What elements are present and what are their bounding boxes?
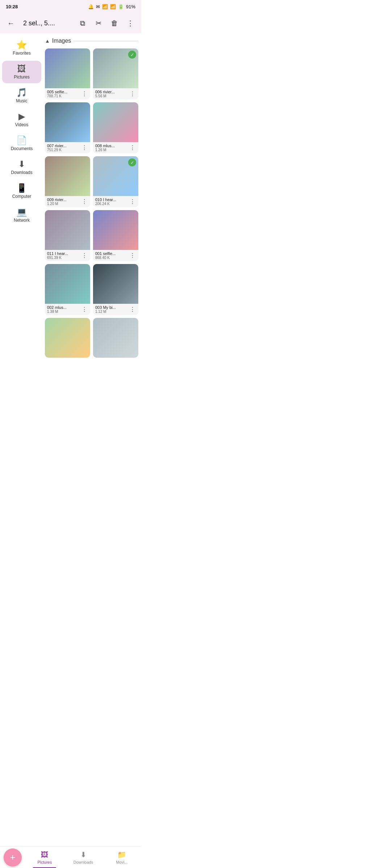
image-text-img9: 002 mlus... 1.38 M	[47, 305, 80, 314]
image-info-img2: 006 rivier... 5.56 M ⋮	[93, 88, 138, 99]
image-text-img6: 010 I hear... 206.24 K	[95, 197, 128, 206]
image-card-img2[interactable]: ✓ 006 rivier... 5.56 M ⋮	[93, 48, 138, 99]
content-area: ▲ Images 005 selfie... 788.71 K ⋮ ✓ 006 …	[43, 33, 141, 361]
image-info-img10: 003 My bi... 1.12 M ⋮	[93, 304, 138, 315]
image-size-img1: 788.71 K	[47, 94, 80, 98]
status-icons: 🔔 ✉ 📶 📶 🔋 91%	[88, 4, 135, 9]
image-thumb-img4	[93, 102, 138, 142]
status-time: 10:28	[6, 4, 18, 9]
image-text-img7: 011 I hear... 691.39 K	[47, 251, 80, 260]
image-card-img11[interactable]	[45, 318, 90, 358]
sidebar-label-computer: Computer	[12, 194, 31, 199]
image-name-img1: 005 selfie...	[47, 90, 80, 94]
image-thumb-img10	[93, 264, 138, 304]
sidebar-label-music: Music	[16, 98, 27, 103]
sidebar-item-videos[interactable]: ▶ Videos	[2, 109, 41, 131]
wifi-icon: 📶	[102, 4, 108, 9]
sidebar-item-downloads[interactable]: ⬇ Downloads	[2, 156, 41, 179]
image-name-img10: 003 My bi...	[95, 305, 128, 310]
image-card-img12[interactable]	[93, 318, 138, 358]
image-card-img9[interactable]: 002 mlus... 1.38 M ⋮	[45, 264, 90, 315]
image-thumb-img3	[45, 102, 90, 142]
section-header-icon: ▲	[45, 38, 50, 44]
image-size-img4: 1.26 M	[95, 148, 128, 152]
image-info-img9: 002 mlus... 1.38 M ⋮	[45, 304, 90, 315]
image-size-img3: 751.29 K	[47, 148, 80, 152]
section-header-title: Images	[52, 38, 71, 44]
image-more-img2[interactable]: ⋮	[128, 90, 137, 98]
image-info-img1: 005 selfie... 788.71 K ⋮	[45, 88, 90, 99]
image-card-img10[interactable]: 003 My bi... 1.12 M ⋮	[93, 264, 138, 315]
sidebar-label-favorites: Favorites	[13, 51, 30, 56]
sidebar-label-pictures: Pictures	[14, 75, 29, 80]
image-thumb-img9	[45, 264, 90, 304]
image-card-img3[interactable]: 007 rivier... 751.29 K ⋮	[45, 102, 90, 153]
image-thumb-img11	[45, 318, 90, 358]
more-icon: ⋮	[127, 19, 134, 27]
videos-icon: ▶	[18, 112, 25, 121]
image-more-img6[interactable]: ⋮	[128, 197, 137, 206]
documents-icon: 📄	[16, 136, 27, 145]
signal-icon: 📶	[110, 4, 116, 9]
battery-icon: 🔋	[118, 4, 124, 9]
main-content: ⭐ Favorites 🖼 Pictures 🎵 Music ▶ Videos …	[0, 33, 141, 361]
sidebar-item-music[interactable]: 🎵 Music	[2, 85, 41, 107]
image-more-img3[interactable]: ⋮	[80, 144, 89, 152]
status-bar: 10:28 🔔 ✉ 📶 📶 🔋 91%	[0, 0, 141, 13]
notification-icon: 🔔	[88, 4, 94, 9]
image-card-img4[interactable]: 008 mlus... 1.26 M ⋮	[93, 102, 138, 153]
image-more-img10[interactable]: ⋮	[128, 305, 137, 314]
favorites-icon: ⭐	[16, 41, 27, 49]
image-more-img5[interactable]: ⋮	[80, 197, 89, 206]
email-icon: ✉	[96, 4, 100, 9]
image-card-img6[interactable]: ✓ 010 I hear... 206.24 K ⋮	[93, 156, 138, 207]
image-more-img4[interactable]: ⋮	[128, 144, 137, 152]
computer-icon: 📱	[16, 184, 27, 192]
image-name-img7: 011 I hear...	[47, 251, 80, 256]
image-more-img1[interactable]: ⋮	[80, 90, 89, 98]
image-name-img4: 008 mlus...	[95, 144, 128, 148]
copy-icon: ⧉	[80, 19, 85, 27]
network-icon: 💻	[16, 208, 27, 216]
toolbar: ← 2 sel.., 5.... ⧉ ✂ 🗑 ⋮	[0, 13, 141, 33]
sidebar-item-computer[interactable]: 📱 Computer	[2, 180, 41, 203]
sidebar-label-documents: Documents	[11, 146, 33, 151]
delete-icon: 🗑	[111, 19, 118, 27]
cut-icon: ✂	[96, 19, 102, 27]
image-text-img3: 007 rivier... 751.29 K	[47, 144, 80, 152]
toolbar-title: 2 sel.., 5....	[23, 20, 73, 27]
back-button[interactable]: ←	[4, 17, 17, 30]
image-name-img6: 010 I hear...	[95, 197, 128, 202]
sidebar-item-pictures[interactable]: 🖼 Pictures	[2, 61, 41, 83]
sidebar-label-videos: Videos	[15, 122, 28, 127]
copy-button[interactable]: ⧉	[76, 17, 89, 30]
image-card-img5[interactable]: 009 rivier... 1.20 M ⋮	[45, 156, 90, 207]
image-info-img5: 009 rivier... 1.20 M ⋮	[45, 196, 90, 207]
image-name-img5: 009 rivier...	[47, 197, 80, 202]
image-text-img10: 003 My bi... 1.12 M	[95, 305, 128, 314]
image-grid: 005 selfie... 788.71 K ⋮ ✓ 006 rivier...…	[45, 48, 138, 358]
image-card-img1[interactable]: 005 selfie... 788.71 K ⋮	[45, 48, 90, 99]
downloads-icon: ⬇	[18, 160, 25, 169]
image-card-img7[interactable]: 011 I hear... 691.39 K ⋮	[45, 210, 90, 261]
delete-button[interactable]: 🗑	[108, 17, 121, 30]
sidebar-item-network[interactable]: 💻 Network	[2, 204, 41, 226]
image-name-img2: 006 rivier...	[95, 90, 128, 94]
section-header: ▲ Images	[45, 36, 138, 46]
image-info-img7: 011 I hear... 691.39 K ⋮	[45, 250, 90, 261]
image-info-img8: 001 selfie... 868.40 K ⋮	[93, 250, 138, 261]
cut-button[interactable]: ✂	[92, 17, 105, 30]
image-text-img4: 008 mlus... 1.26 M	[95, 144, 128, 152]
sidebar-item-documents[interactable]: 📄 Documents	[2, 132, 41, 155]
image-more-img9[interactable]: ⋮	[80, 305, 89, 314]
image-more-img8[interactable]: ⋮	[128, 251, 137, 260]
image-card-img8[interactable]: 001 selfie... 868.40 K ⋮	[93, 210, 138, 261]
image-thumb-img1	[45, 48, 90, 88]
image-size-img5: 1.20 M	[47, 202, 80, 206]
image-thumb-img5	[45, 156, 90, 196]
image-more-img7[interactable]: ⋮	[80, 251, 89, 260]
image-size-img10: 1.12 M	[95, 310, 128, 314]
sidebar-item-favorites[interactable]: ⭐ Favorites	[2, 37, 41, 59]
more-button[interactable]: ⋮	[124, 17, 137, 30]
sidebar-label-downloads: Downloads	[11, 170, 32, 175]
